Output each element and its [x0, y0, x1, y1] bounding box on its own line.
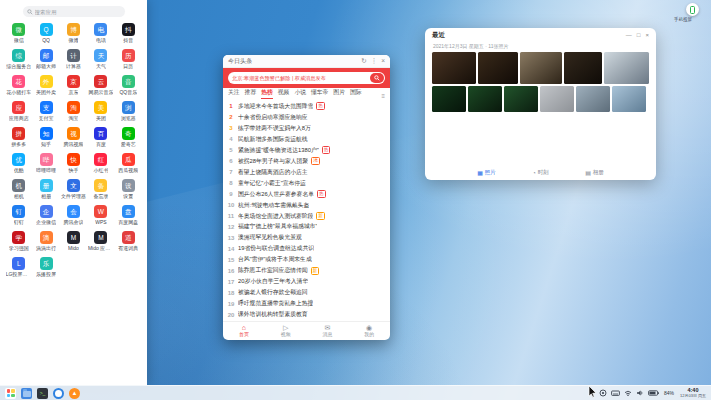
- keyboard-icon[interactable]: [611, 389, 620, 397]
- launcher-app[interactable]: 浏 浏览器: [115, 101, 142, 125]
- phone-search-bar[interactable]: 北京:寒潮蓝色预警已解除 | 权威消息发布: [228, 72, 385, 84]
- launcher-app[interactable]: 学 学习强国: [5, 231, 32, 255]
- news-item[interactable]: 4 民航新增多条国际货运航线: [227, 134, 386, 145]
- news-item[interactable]: 20 课外培训机构转型素质教育: [227, 309, 386, 320]
- news-item[interactable]: 7 看望上饶隔离酒店的小店主: [227, 167, 386, 178]
- launcher-app[interactable]: 文 文件管理器: [60, 179, 87, 203]
- launcher-app[interactable]: 微 微信: [5, 23, 32, 47]
- launcher-app[interactable]: 历 日历: [115, 49, 142, 73]
- rotate-button[interactable]: ↻: [361, 58, 366, 65]
- cast-float-button[interactable]: [686, 3, 699, 16]
- launcher-app[interactable]: 快 快手: [60, 153, 87, 177]
- launcher-app[interactable]: 红 小红书: [87, 153, 114, 177]
- launcher-app[interactable]: W WPS: [87, 205, 114, 229]
- battery-icon[interactable]: [648, 389, 660, 397]
- wifi-icon[interactable]: [624, 389, 632, 397]
- launcher-app[interactable]: 会 腾讯会议: [60, 205, 87, 229]
- launcher-app[interactable]: 视 腾讯视频: [60, 127, 87, 151]
- phone-tab[interactable]: 小说: [294, 88, 306, 99]
- phone-nav-item[interactable]: ▷ 视频: [265, 322, 307, 340]
- launcher-app[interactable]: 备 备忘录: [87, 179, 114, 203]
- launcher-button[interactable]: [5, 388, 16, 399]
- launcher-app[interactable]: 钉 钉钉: [5, 205, 32, 229]
- launcher-app[interactable]: 京 京东: [60, 75, 87, 99]
- news-item[interactable]: 1 多地迎来今冬首场大范围降雪 热: [227, 101, 386, 112]
- terminal-icon[interactable]: >_: [37, 388, 48, 399]
- phone-tab[interactable]: 懂车帝: [311, 88, 328, 99]
- news-item[interactable]: 11 冬奥场馆全面进入测试赛阶段 新: [227, 211, 386, 222]
- photo-thumbnail[interactable]: [604, 52, 649, 84]
- channel-menu-icon[interactable]: ≡: [381, 93, 385, 99]
- news-item[interactable]: 14 19省份与联合调查组达成共识: [227, 243, 386, 254]
- photo-thumbnail[interactable]: [520, 52, 562, 84]
- clock[interactable]: 4:40 12月03日 周五: [680, 388, 706, 398]
- launcher-app[interactable]: 哔 哔哩哔哩: [32, 153, 59, 177]
- news-item[interactable]: 10 杭州:驾驶电动车需佩戴头盔: [227, 200, 386, 211]
- browser-icon[interactable]: [53, 388, 64, 399]
- launcher-app[interactable]: 应 应用商店: [5, 101, 32, 125]
- photo-thumbnail[interactable]: [432, 86, 466, 112]
- screen-record-icon[interactable]: [599, 389, 607, 397]
- news-item[interactable]: 19 呼吁规范直播带货乱象上热搜: [227, 298, 386, 309]
- photo-thumbnail[interactable]: [612, 86, 646, 112]
- launcher-app[interactable]: L LG投屏助手: [5, 257, 32, 281]
- launcher-app[interactable]: 抖 抖音: [115, 23, 142, 47]
- phone-tab[interactable]: 推荐: [245, 88, 257, 99]
- launcher-app[interactable]: 乐 乐播投屏: [32, 257, 59, 281]
- news-item[interactable]: 12 福建宁德上榜"最具幸福感城市": [227, 221, 386, 232]
- volume-icon[interactable]: [636, 389, 644, 397]
- launcher-app[interactable]: M Mido: [60, 231, 87, 255]
- news-item[interactable]: 9 国乒公布26人世乒赛参赛名单 热: [227, 189, 386, 200]
- launcher-app[interactable]: Q QQ: [32, 23, 59, 47]
- launcher-app[interactable]: 机 相机: [5, 179, 32, 203]
- phone-window-titlebar[interactable]: 今日头条 ↻ ⋮ ×: [223, 55, 390, 68]
- launcher-app[interactable]: 外 美团外卖: [32, 75, 59, 99]
- photo-thumbnail[interactable]: [504, 86, 538, 112]
- launcher-app[interactable]: 邮 邮箱大师: [32, 49, 59, 73]
- news-item[interactable]: 18 被骗老人银行存款全额追回: [227, 287, 386, 298]
- launcher-app[interactable]: 天 天气: [87, 49, 114, 73]
- phone-nav-item[interactable]: ✉ 消息: [307, 322, 349, 340]
- news-item[interactable]: 8 童年记忆"小霸王"宣布停运: [227, 178, 386, 189]
- launcher-app[interactable]: 册 相册: [32, 179, 59, 203]
- maximize-button[interactable]: □: [637, 32, 641, 38]
- phone-tab[interactable]: 关注: [228, 88, 240, 99]
- news-item[interactable]: 3 练字带娃两不误宝妈年入8万: [227, 123, 386, 134]
- more-button[interactable]: ⋮: [371, 58, 378, 65]
- file-manager-icon[interactable]: [21, 388, 32, 399]
- gallery-tab[interactable]: ▤ 相册: [585, 169, 604, 176]
- phone-nav-item[interactable]: ◉ 我的: [348, 322, 390, 340]
- minimize-button[interactable]: —: [626, 32, 632, 38]
- launcher-app[interactable]: 花 花小猪打车: [5, 75, 32, 99]
- photo-thumbnail[interactable]: [576, 86, 610, 112]
- launcher-app[interactable]: 知 知乎: [32, 127, 59, 151]
- launcher-app[interactable]: 支 支付宝: [32, 101, 59, 125]
- launcher-app[interactable]: 音 QQ音乐: [115, 75, 142, 99]
- launcher-app[interactable]: 美 美团: [87, 101, 114, 125]
- launcher-app[interactable]: 拼 拼多多: [5, 127, 32, 151]
- search-button[interactable]: [370, 73, 384, 83]
- launcher-app[interactable]: 设 设置: [115, 179, 142, 203]
- launcher-app[interactable]: M Mido 应用市场: [87, 231, 114, 255]
- close-button[interactable]: ×: [381, 58, 385, 65]
- phone-tab[interactable]: 国际: [350, 88, 362, 99]
- launcher-app[interactable]: 滴 滴滴出行: [32, 231, 59, 255]
- app-store-icon[interactable]: ▲: [69, 388, 80, 399]
- phone-tab[interactable]: 视频: [278, 88, 290, 99]
- photo-thumbnail[interactable]: [478, 52, 518, 84]
- phone-nav-item[interactable]: ⌂ 首页: [223, 322, 265, 340]
- phone-tab[interactable]: 图片: [333, 88, 345, 99]
- launcher-app[interactable]: 计 计算器: [60, 49, 87, 73]
- news-item[interactable]: 15 台风"雷伊"或将于本周末生成: [227, 254, 386, 265]
- launcher-app[interactable]: 盘 百度网盘: [115, 205, 142, 229]
- gallery-titlebar[interactable]: 最近 — □ ×: [425, 28, 656, 42]
- gallery-tab[interactable]: ▦ 照片: [477, 169, 496, 176]
- launcher-app[interactable]: 综 综合服务台: [5, 49, 32, 73]
- launcher-app[interactable]: 瓜 西瓜视频: [115, 153, 142, 177]
- desktop[interactable]: 微 微信 Q QQ 博 微博 电 电话 抖 抖音 综 综合服务台 邮 邮箱大师 …: [0, 0, 711, 400]
- launcher-app[interactable]: 云 网易云音乐: [87, 75, 114, 99]
- news-item[interactable]: 2 十余省份启动寒潮应急响应: [227, 112, 386, 123]
- news-item[interactable]: 5 紧急驰援"暖冬物资送达1380户" 热: [227, 145, 386, 156]
- launcher-app[interactable]: 优 优酷: [5, 153, 32, 177]
- photo-thumbnail[interactable]: [468, 86, 502, 112]
